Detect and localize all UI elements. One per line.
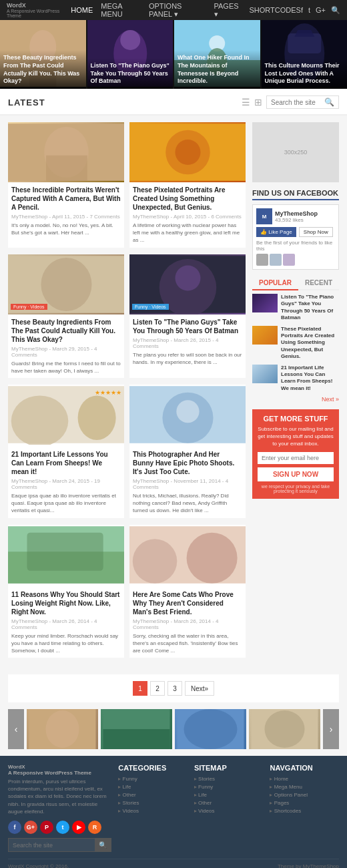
footer-categories: CATEGORIES Funny Life Other Stories Vide… [118, 764, 188, 852]
popular-next-link[interactable]: Next » [252, 396, 339, 403]
tab-popular[interactable]: POPULAR [252, 276, 298, 290]
svg-point-35 [133, 539, 178, 584]
hero-item-3[interactable]: What One Hiker Found In The Mountains of… [174, 20, 260, 89]
search-submit-icon[interactable]: 🔍 [324, 97, 334, 107]
post-title-6: This Photographer And Her Bunny Have Epi… [133, 450, 242, 476]
fb-likes-count: 43,592 likes [275, 217, 318, 223]
footer-category-videos[interactable]: Videos [118, 808, 188, 814]
footer-nav-options-panel[interactable]: Options Panel [270, 792, 339, 798]
post-excerpt-7: Keep your mind limber. Rorschach would s… [11, 632, 121, 655]
slider-item-4[interactable] [249, 709, 320, 749]
slider-item-2[interactable] [101, 709, 172, 749]
tabs-header: POPULAR RECENT [252, 276, 339, 290]
post-card-3[interactable]: Funny · Videos These Beauty Ingredients … [8, 254, 124, 378]
slider-track [27, 709, 320, 749]
svg-rect-16 [46, 156, 87, 181]
hero-section: These Beauty Ingredients From The Past C… [0, 20, 347, 89]
post-card-4[interactable]: Funny · Videos Listen To "The Piano Guys… [129, 254, 246, 378]
googleplus-icon[interactable]: G+ [316, 6, 326, 14]
post-card-8[interactable]: Here Are Some Cats Who Prove Why They Ar… [129, 525, 246, 658]
popular-posts-list: Listen To "The Piano Guys" Take You Thro… [252, 294, 339, 392]
search-icon[interactable]: 🔍 [331, 6, 340, 15]
page-btn-1[interactable]: 1 [133, 681, 147, 696]
facebook-icon[interactable]: f [301, 6, 303, 14]
post-thumbnail-8 [129, 525, 246, 585]
post-card-5[interactable]: ★★★★★ 21 Important Life Lessons You Can … [8, 385, 124, 518]
post-tag-4: Funny · Videos [132, 304, 169, 310]
fb-avatar: M [256, 208, 272, 224]
nav-options-panel[interactable]: OPTIONS PANEL ▾ [149, 2, 206, 19]
footer-rss-btn[interactable]: R [88, 821, 101, 834]
footer-sitemap-life[interactable]: Life [194, 792, 264, 798]
newsletter-email-input[interactable] [258, 452, 334, 464]
footer-sitemap-videos[interactable]: Videos [194, 808, 264, 814]
popular-post-3[interactable]: 21 Important Life Lessons You Can Learn … [252, 365, 339, 393]
twitter-icon[interactable]: t [308, 6, 310, 14]
post-card-6[interactable]: This Photographer And Her Bunny Have Epi… [129, 385, 246, 518]
slider-item-3[interactable] [175, 709, 246, 749]
footer-category-life[interactable]: Life [118, 784, 188, 790]
footer-sitemap-other[interactable]: Other [194, 800, 264, 806]
slider-next-arrow[interactable]: › [323, 709, 339, 749]
footer-twitter-btn[interactable]: t [56, 821, 69, 834]
footer-sitemap-stories[interactable]: Stories [194, 776, 264, 782]
page-btn-2[interactable]: 2 [150, 681, 165, 696]
hero-item-2[interactable]: Listen To "The Piano Guys" Take You Thro… [87, 20, 174, 89]
tab-recent[interactable]: RECENT [298, 276, 339, 290]
footer-search-input[interactable] [9, 839, 95, 851]
facebook-title: FIND US ON FACEBOOK [252, 189, 339, 200]
nav-pages[interactable]: PAGES ▾ [214, 2, 242, 19]
post-card-1[interactable]: These Incredible Portraits Weren't Captu… [8, 122, 124, 248]
newsletter-description: Subscribe to our mailing list and get in… [258, 425, 334, 448]
hero-item-4[interactable]: This Culture Mourns Their Lost Loved One… [262, 20, 348, 89]
svg-point-30 [176, 400, 199, 423]
footer-nav-mega-menu[interactable]: Mega Menu [270, 784, 339, 790]
page-btn-next[interactable]: Next» [185, 681, 214, 696]
footer-pinterest-btn[interactable]: P [40, 821, 53, 834]
nav-shortcodes[interactable]: SHORTCODES [249, 6, 300, 14]
footer-facebook-btn[interactable]: f [8, 821, 21, 834]
footer-nav-home[interactable]: Home [270, 776, 339, 782]
footer-youtube-btn[interactable]: ▶ [72, 821, 85, 834]
footer-category-funny[interactable]: Funny [118, 776, 188, 782]
footer-category-other[interactable]: Other [118, 792, 188, 798]
posts-row-3: ★★★★★ 21 Important Life Lessons You Can … [8, 385, 246, 518]
post-card-7[interactable]: 11 Reasons Why You Should Start Losing W… [8, 525, 124, 658]
navbar: WordX A Responsive WordPress Theme HOME … [0, 0, 347, 20]
hero-item-1[interactable]: These Beauty Ingredients From The Past C… [0, 20, 86, 89]
nav-home[interactable]: HOME [71, 6, 93, 14]
search-input[interactable] [271, 99, 324, 106]
footer-sitemap-funny[interactable]: Funny [194, 784, 264, 790]
newsletter-title: GET MORE STUFF [258, 415, 334, 423]
footer-search-button[interactable]: 🔍 [95, 839, 111, 851]
footer-search[interactable]: 🔍 [8, 838, 111, 852]
post-body-3: These Beauty Ingredients From The Past C… [8, 314, 124, 378]
grid-view-icon[interactable]: ⊞ [254, 97, 262, 107]
fb-buttons: 👍 Like Page Shop Now [256, 227, 335, 237]
post-excerpt-8: Sorry, checking all the water in this ar… [133, 632, 242, 655]
popular-post-1[interactable]: Listen To "The Piano Guys" Take You Thro… [252, 294, 339, 322]
fb-like-button[interactable]: 👍 Like Page [256, 227, 296, 237]
fb-friend-avatars [256, 254, 335, 266]
slider-item-1[interactable] [27, 709, 98, 749]
footer-nav-pages[interactable]: Pages [270, 800, 339, 806]
footer-nav-shortcodes[interactable]: Shortcodes [270, 808, 339, 814]
footer-category-stories[interactable]: Stories [118, 800, 188, 806]
slider-prev-arrow[interactable]: ‹ [8, 709, 24, 749]
post-meta-8: MyThemeShop - March 26, 2014 - 4 Comment… [133, 618, 242, 630]
fb-friends-text: Be the first of your friends to like thi… [256, 240, 335, 252]
search-box[interactable]: 🔍 [266, 95, 339, 109]
post-excerpt-4: The plans you refer to will soon be back… [133, 351, 242, 366]
popular-post-2[interactable]: These Pixelated Portraits Are Created Us… [252, 326, 339, 361]
nav-mega-menu[interactable]: MEGA MENU [101, 2, 141, 18]
main-content: These Incredible Portraits Weren't Captu… [0, 116, 347, 671]
footer-googleplus-btn[interactable]: G+ [24, 821, 37, 834]
fb-shop-button[interactable]: Shop Now [299, 227, 333, 237]
page-btn-3[interactable]: 3 [167, 681, 182, 696]
pop-title-3: 21 Important Life Lessons You Can Learn … [281, 365, 339, 393]
post-thumbnail-7 [8, 525, 124, 585]
footer-grid: WordX A Responsive WordPress Theme Proin… [8, 764, 339, 852]
newsletter-signup-button[interactable]: SIGN UP NOW [258, 467, 334, 481]
post-card-2[interactable]: These Pixelated Portraits Are Created Us… [129, 122, 246, 248]
list-view-icon[interactable]: ☰ [242, 97, 250, 107]
